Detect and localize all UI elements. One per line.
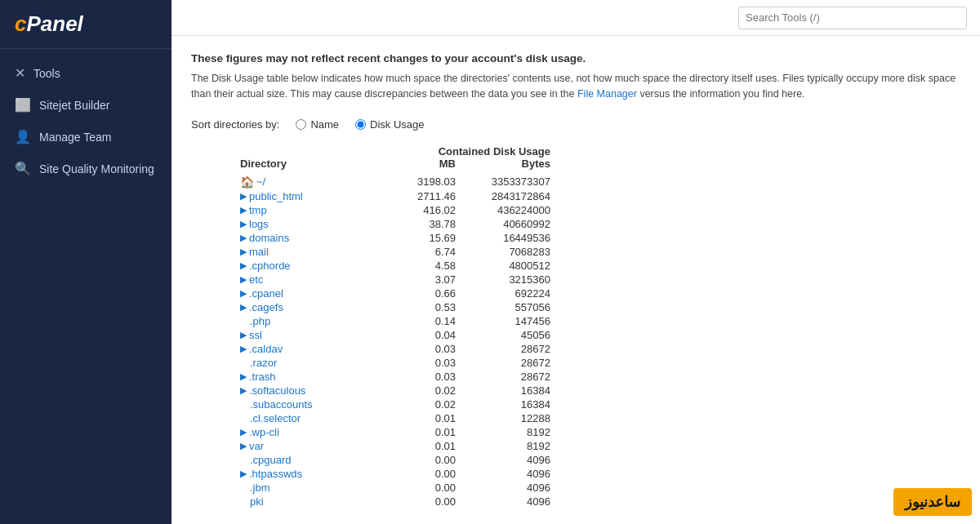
notice-text1: The Disk Usage table below indicates how… [191, 73, 956, 100]
expand-arrow-icon[interactable]: ▶ [240, 385, 247, 396]
val-mb: 0.03 [387, 357, 461, 369]
dir-link[interactable]: .cphorde [249, 260, 291, 272]
dir-link[interactable]: etc [249, 273, 263, 286]
sort-name-label: Name [310, 118, 339, 131]
expand-arrow-icon[interactable]: ▶ [240, 302, 247, 313]
dir-name: 🏠~/ [240, 175, 387, 189]
table-row: .cpguard 0.00 4096 [240, 453, 960, 467]
table-row: ▶var 0.01 8192 [240, 439, 960, 453]
dir-link[interactable]: .cpguard [250, 454, 292, 466]
val-mb: 4.58 [387, 260, 461, 272]
sidebar-item-tools[interactable]: ✕ Tools [0, 57, 172, 89]
expand-arrow-icon[interactable]: ▶ [240, 468, 247, 479]
expand-arrow-icon[interactable]: ▶ [240, 441, 247, 451]
expand-arrow-icon[interactable]: ▶ [240, 288, 247, 299]
val-bytes: 7068283 [461, 246, 550, 258]
val-mb: 0.02 [387, 398, 461, 411]
dir-link[interactable]: mail [249, 246, 269, 258]
expand-arrow-icon[interactable]: ▶ [240, 219, 247, 229]
site-quality-icon: 🔍 [15, 161, 31, 176]
val-bytes: 16449536 [461, 232, 550, 244]
val-mb: 416.02 [387, 204, 461, 216]
dir-link[interactable]: .cagefs [249, 301, 283, 313]
dir-link[interactable]: .wp-cli [249, 426, 279, 438]
dir-link[interactable]: .subaccounts [250, 398, 313, 411]
val-mb: 0.66 [387, 287, 461, 300]
table-body: 🏠~/ 3198.03 3353373307 ▶public_html 2711… [240, 175, 960, 508]
expand-arrow-icon[interactable]: ▶ [240, 205, 247, 215]
expand-arrow-icon[interactable]: ▶ [240, 191, 247, 202]
dir-name: ▶.htpasswds [240, 468, 387, 480]
sitejet-icon: ⬜ [15, 97, 31, 113]
dir-link[interactable]: ssl [249, 329, 262, 341]
sidebar-item-site-quality-label: Site Quality Monitoring [39, 162, 154, 175]
dir-name: ▶.wp-cli [240, 426, 387, 438]
sort-disk-option[interactable]: Disk Usage [355, 118, 424, 131]
dir-link[interactable]: public_html [249, 190, 303, 202]
val-mb: 3198.03 [387, 175, 461, 188]
table-row: ▶ssl 0.04 45056 [240, 328, 960, 342]
val-mb: 0.01 [387, 440, 461, 452]
expand-arrow-icon[interactable]: ▶ [240, 344, 247, 354]
val-mb: 0.02 [387, 384, 461, 397]
dir-link[interactable]: .softaculous [249, 384, 305, 397]
val-bytes: 4096 [461, 495, 550, 508]
sidebar-item-manage-team[interactable]: 👤 Manage Team [0, 121, 172, 153]
tools-icon: ✕ [15, 65, 25, 81]
sort-name-radio[interactable] [296, 119, 306, 130]
val-mb: 0.03 [387, 343, 461, 355]
val-mb: 2711.46 [387, 190, 461, 202]
table-row: .jbm 0.00 4096 [240, 481, 960, 495]
val-mb: 0.04 [387, 329, 461, 341]
val-bytes: 147456 [461, 315, 550, 327]
sidebar-item-sitejet[interactable]: ⬜ Sitejet Builder [0, 89, 172, 121]
notice-text: The Disk Usage table below indicates how… [191, 71, 960, 102]
table-row: ▶.cphorde 4.58 4800512 [240, 259, 960, 273]
dir-link[interactable]: .cpanel [249, 287, 283, 300]
dir-link[interactable]: .php [250, 315, 270, 327]
sidebar-item-site-quality[interactable]: 🔍 Site Quality Monitoring [0, 153, 172, 184]
table-row: ▶.wp-cli 0.01 8192 [240, 425, 960, 439]
sort-bar: Sort directories by: Name Disk Usage [191, 118, 960, 131]
dir-link[interactable]: .razor [250, 357, 277, 369]
expand-arrow-icon[interactable]: ▶ [240, 371, 247, 382]
table-row: ▶.cagefs 0.53 557056 [240, 300, 960, 314]
val-mb: 0.00 [387, 495, 461, 508]
sidebar-item-tools-label: Tools [33, 67, 60, 80]
sort-name-option[interactable]: Name [296, 118, 339, 131]
dir-link[interactable]: .trash [249, 371, 276, 383]
expand-arrow-icon[interactable]: ▶ [240, 330, 247, 340]
val-bytes: 45056 [461, 329, 550, 341]
table-row: .cl.selector 0.01 12288 [240, 411, 960, 425]
dir-link[interactable]: .htpasswds [249, 468, 302, 480]
val-mb: 0.00 [387, 482, 461, 494]
val-bytes: 4096 [461, 468, 550, 480]
search-input[interactable] [738, 7, 967, 29]
dir-link[interactable]: .caldav [249, 343, 283, 355]
table-row: ▶.htpasswds 0.00 4096 [240, 467, 960, 481]
file-manager-link[interactable]: File Manager [577, 88, 637, 100]
expand-arrow-icon[interactable]: ▶ [240, 246, 247, 257]
dir-link[interactable]: pki [250, 495, 264, 508]
val-bytes: 8192 [461, 440, 550, 452]
expand-arrow-icon[interactable]: ▶ [240, 427, 247, 437]
dir-link[interactable]: var [249, 440, 264, 452]
val-bytes: 557056 [461, 301, 550, 313]
dir-link[interactable]: logs [249, 218, 269, 230]
expand-arrow-icon[interactable]: ▶ [240, 274, 247, 285]
sort-disk-label: Disk Usage [370, 118, 424, 131]
dir-link[interactable]: .cl.selector [250, 412, 301, 424]
sidebar: cPanel ✕ Tools ⬜ Sitejet Builder 👤 Manag… [0, 0, 172, 524]
notice-bold: These figures may not reflect recent cha… [191, 52, 960, 64]
sort-disk-radio[interactable] [355, 119, 366, 130]
dir-link[interactable]: tmp [249, 204, 267, 216]
expand-arrow-icon[interactable]: ▶ [240, 260, 247, 271]
dir-link[interactable]: .jbm [250, 482, 270, 494]
contained-header: Contained Disk Usage [387, 145, 550, 158]
dir-name: ▶var [240, 440, 387, 452]
expand-arrow-icon[interactable]: ▶ [240, 233, 247, 243]
dir-link[interactable]: ~/ [256, 175, 265, 188]
dir-name: ▶etc [240, 273, 387, 286]
logo: cPanel [0, 0, 172, 49]
dir-link[interactable]: domains [249, 232, 289, 244]
